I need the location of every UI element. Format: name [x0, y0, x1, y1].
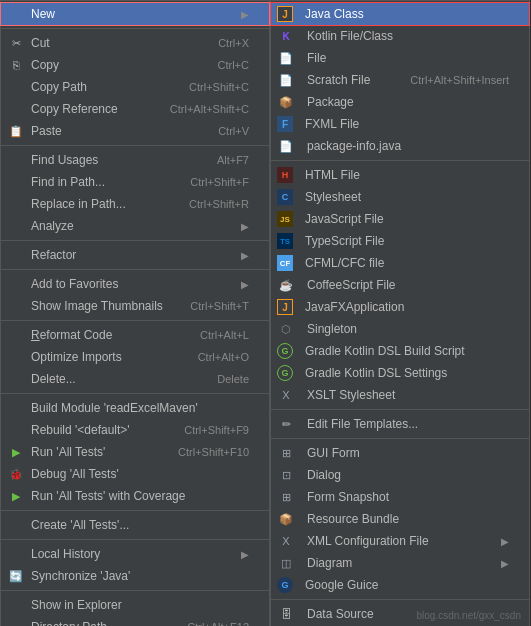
submenu-item-gradle-build[interactable]: G Gradle Kotlin DSL Build Script — [271, 340, 529, 362]
submenu-item-xml-config[interactable]: X XML Configuration File ▶ — [271, 530, 529, 552]
submenu-item-xslt[interactable]: X XSLT Stylesheet — [271, 384, 529, 406]
run-coverage-icon: ▶ — [7, 487, 25, 505]
submenu-item-javafx[interactable]: J JavaFXApplication — [271, 296, 529, 318]
menu-item-find-usages[interactable]: Find Usages Alt+F7 — [1, 149, 269, 171]
submenu-item-singleton[interactable]: ⬡ Singleton — [271, 318, 529, 340]
menu-item-cut[interactable]: ✂ Cut Ctrl+X — [1, 32, 269, 54]
xslt-label: XSLT Stylesheet — [307, 388, 509, 402]
menu-item-copy-ref[interactable]: Copy Reference Ctrl+Alt+Shift+C — [1, 98, 269, 120]
submenu-item-scratch-file[interactable]: 📄 Scratch File Ctrl+Alt+Shift+Insert — [271, 69, 529, 91]
menu-item-delete[interactable]: Delete... Delete — [1, 368, 269, 390]
submenu-item-javascript[interactable]: JS JavaScript File — [271, 208, 529, 230]
submenu-item-edit-templates[interactable]: ✏ Edit File Templates... — [271, 413, 529, 435]
local-history-label: Local History — [31, 547, 233, 561]
find-usages-icon — [7, 151, 25, 169]
form-snapshot-icon: ⊞ — [277, 488, 295, 506]
diagram-arrow: ▶ — [501, 558, 509, 569]
edit-templates-icon: ✏ — [277, 415, 295, 433]
gradle-build-icon: G — [277, 343, 293, 359]
cut-icon: ✂ — [7, 34, 25, 52]
singleton-icon: ⬡ — [277, 320, 295, 338]
reformat-label: Reformat Code — [31, 328, 180, 342]
cut-shortcut: Ctrl+X — [218, 37, 249, 49]
synchronize-icon: 🔄 — [7, 567, 25, 585]
menu-item-add-favorites[interactable]: Add to Favorites ▶ — [1, 273, 269, 295]
local-history-arrow: ▶ — [241, 549, 249, 560]
submenu-item-typescript[interactable]: TS TypeScript File — [271, 230, 529, 252]
menu-item-paste[interactable]: 📋 Paste Ctrl+V — [1, 120, 269, 142]
file-label: File — [307, 51, 509, 65]
separator — [271, 599, 529, 600]
submenu-item-resource-bundle[interactable]: 📦 Resource Bundle — [271, 508, 529, 530]
html-label: HTML File — [305, 168, 509, 182]
submenu-item-cfml[interactable]: CF CFML/CFC file — [271, 252, 529, 274]
menu-item-debug-tests[interactable]: 🐞 Debug 'All Tests' — [1, 463, 269, 485]
menu-item-analyze[interactable]: Analyze ▶ — [1, 215, 269, 237]
menu-item-copy[interactable]: ⎘ Copy Ctrl+C — [1, 54, 269, 76]
submenu-item-stylesheet[interactable]: C Stylesheet — [271, 186, 529, 208]
google-guice-label: Google Guice — [305, 578, 509, 592]
submenu-item-gradle-settings[interactable]: G Gradle Kotlin DSL Settings — [271, 362, 529, 384]
find-path-label: Find in Path... — [31, 175, 170, 189]
package-icon: 📦 — [277, 93, 295, 111]
html-icon: H — [277, 167, 293, 183]
reformat-shortcut: Ctrl+Alt+L — [200, 329, 249, 341]
paste-shortcut: Ctrl+V — [218, 125, 249, 137]
new-icon — [7, 5, 25, 23]
javafx-icon: J — [277, 299, 293, 315]
analyze-arrow: ▶ — [241, 221, 249, 232]
submenu-item-java-class[interactable]: J Java Class — [271, 3, 529, 25]
separator — [1, 590, 269, 591]
submenu-item-package-info[interactable]: 📄 package-info.java — [271, 135, 529, 157]
submenu-item-google-guice[interactable]: G Google Guice — [271, 574, 529, 596]
submenu-item-coffeescript[interactable]: ☕ CoffeeScript File — [271, 274, 529, 296]
replace-path-label: Replace in Path... — [31, 197, 169, 211]
diagram-icon: ◫ — [277, 554, 295, 572]
menu-item-show-explorer[interactable]: Show in Explorer — [1, 594, 269, 616]
menu-item-rebuild[interactable]: Rebuild '<default>' Ctrl+Shift+F9 — [1, 419, 269, 441]
typescript-label: TypeScript File — [305, 234, 509, 248]
javafx-label: JavaFXApplication — [305, 300, 509, 314]
menu-item-directory-path[interactable]: Directory Path Ctrl+Alt+F12 — [1, 616, 269, 626]
cfml-icon: CF — [277, 255, 293, 271]
separator — [271, 409, 529, 410]
submenu-item-html[interactable]: H HTML File — [271, 164, 529, 186]
find-path-icon — [7, 173, 25, 191]
menu-item-local-history[interactable]: Local History ▶ — [1, 543, 269, 565]
menu-item-reformat[interactable]: Reformat Code Ctrl+Alt+L — [1, 324, 269, 346]
menu-item-synchronize[interactable]: 🔄 Synchronize 'Java' — [1, 565, 269, 587]
menu-item-refactor[interactable]: Refactor ▶ — [1, 244, 269, 266]
create-tests-icon — [7, 516, 25, 534]
synchronize-label: Synchronize 'Java' — [31, 569, 249, 583]
kotlin-icon: K — [277, 27, 295, 45]
menu-item-replace-path[interactable]: Replace in Path... Ctrl+Shift+R — [1, 193, 269, 215]
reformat-icon — [7, 326, 25, 344]
submenu-item-form-snapshot[interactable]: ⊞ Form Snapshot — [271, 486, 529, 508]
copy-path-label: Copy Path — [31, 80, 169, 94]
menu-item-build-module[interactable]: Build Module 'readExcelMaven' — [1, 397, 269, 419]
submenu-item-package[interactable]: 📦 Package — [271, 91, 529, 113]
submenu-item-kotlin-file[interactable]: K Kotlin File/Class — [271, 25, 529, 47]
rebuild-icon — [7, 421, 25, 439]
submenu-item-file[interactable]: 📄 File — [271, 47, 529, 69]
java-class-label: Java Class — [305, 7, 509, 21]
menu-item-run-tests[interactable]: ▶ Run 'All Tests' Ctrl+Shift+F10 — [1, 441, 269, 463]
resource-bundle-icon: 📦 — [277, 510, 295, 528]
find-path-shortcut: Ctrl+Shift+F — [190, 176, 249, 188]
menu-item-show-thumbnails[interactable]: Show Image Thumbnails Ctrl+Shift+T — [1, 295, 269, 317]
menu-item-optimize[interactable]: Optimize Imports Ctrl+Alt+O — [1, 346, 269, 368]
menu-item-copy-path[interactable]: Copy Path Ctrl+Shift+C — [1, 76, 269, 98]
build-module-label: Build Module 'readExcelMaven' — [31, 401, 249, 415]
submenu-item-dialog[interactable]: ⊡ Dialog — [271, 464, 529, 486]
menu-item-new[interactable]: New ▶ — [1, 3, 269, 25]
show-thumbnails-icon — [7, 297, 25, 315]
submenu-item-gui-form[interactable]: ⊞ GUI Form — [271, 442, 529, 464]
delete-icon — [7, 370, 25, 388]
menu-item-find-path[interactable]: Find in Path... Ctrl+Shift+F — [1, 171, 269, 193]
menu-item-run-coverage[interactable]: ▶ Run 'All Tests' with Coverage — [1, 485, 269, 507]
menu-item-create-tests[interactable]: Create 'All Tests'... — [1, 514, 269, 536]
submenu-item-fxml[interactable]: F FXML File — [271, 113, 529, 135]
form-snapshot-label: Form Snapshot — [307, 490, 509, 504]
directory-path-icon — [7, 618, 25, 626]
submenu-item-diagram[interactable]: ◫ Diagram ▶ — [271, 552, 529, 574]
